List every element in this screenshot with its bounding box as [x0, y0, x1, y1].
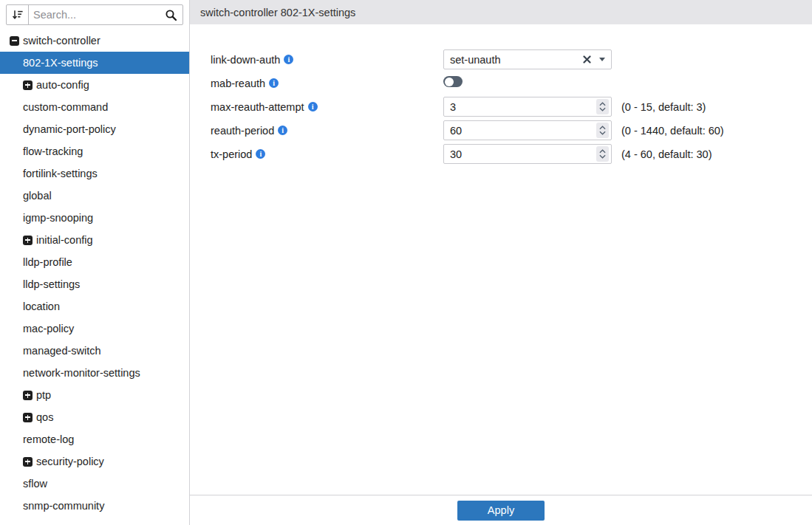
search-submit-button[interactable] [159, 5, 182, 24]
field-label: max-reauth-attempt [211, 101, 443, 113]
config-tree: switch-controller 802-1X-settings auto-c… [0, 30, 189, 517]
plus-square-icon[interactable] [23, 80, 33, 90]
info-circle-icon[interactable] [308, 102, 318, 111]
chevron-down-icon [599, 131, 606, 135]
plus-square-icon[interactable] [23, 413, 33, 422]
field-label-text: tx-period [211, 148, 252, 160]
chevron-up-icon [599, 149, 606, 154]
tree-node-fortilink-settings[interactable]: fortilink-settings [0, 162, 189, 185]
tree-node-label: dynamic-port-policy [23, 123, 116, 135]
field-label: link-down-auth [211, 54, 443, 66]
page-title: switch-controller 802-1X-settings [200, 7, 355, 18]
form-row-reauth-period: reauth-period (0 - 1440, default: 60) [211, 120, 812, 140]
number-stepper[interactable] [596, 99, 609, 114]
tree-node-snmp-community[interactable]: snmp-community [0, 495, 189, 517]
tree-node-label: network-monitor-settings [23, 367, 140, 379]
tree-node-ptp[interactable]: ptp [0, 384, 189, 406]
tree-node-label: igmp-snooping [23, 212, 93, 224]
tree-node-mac-policy[interactable]: mac-policy [0, 318, 189, 340]
x-clear-icon[interactable] [583, 55, 591, 64]
tree-node-dynamic-port-policy[interactable]: dynamic-port-policy [0, 118, 189, 140]
form-row-mab-reauth: mab-reauth [211, 73, 812, 93]
field-label: mab-reauth [211, 78, 443, 89]
tree-node-label: ptp [36, 389, 51, 401]
tree-node-label: managed-switch [23, 345, 101, 357]
tree-node-custom-command[interactable]: custom-command [0, 96, 189, 118]
settings-panel: switch-controller 802-1X-settings link-d… [190, 0, 812, 525]
tree-node-flow-tracking[interactable]: flow-tracking [0, 140, 189, 162]
caret-down-icon[interactable] [599, 58, 605, 61]
tree-node-managed-switch[interactable]: managed-switch [0, 340, 189, 362]
tree-node-lldp-settings[interactable]: lldp-settings [0, 273, 189, 295]
field-label-text: reauth-period [211, 125, 274, 137]
tree-node-label: qos [36, 411, 53, 423]
mab-reauth-toggle[interactable] [443, 76, 463, 87]
tree-node-label: location [23, 301, 60, 312]
plus-square-icon[interactable] [23, 457, 33, 467]
info-circle-icon[interactable] [284, 55, 293, 64]
tree-node-security-policy[interactable]: security-policy [0, 450, 189, 473]
tree-node-label: lldp-profile [23, 256, 72, 268]
reauth-period-input[interactable] [443, 120, 612, 140]
field-label-text: mab-reauth [211, 78, 265, 89]
plus-square-icon[interactable] [23, 236, 33, 245]
form-row-max-reauth-attempt: max-reauth-attempt (0 - 15, default: 3) [211, 97, 812, 117]
link-down-auth-select[interactable]: set-unauth [443, 49, 612, 69]
tree-node-sflow[interactable]: sflow [0, 473, 189, 495]
max-reauth-attempt-input[interactable] [443, 97, 612, 117]
tree-node-label: global [23, 190, 52, 202]
field-label-text: max-reauth-attempt [211, 101, 304, 113]
tree-node-igmp-snooping[interactable]: igmp-snooping [0, 207, 189, 229]
sort-button[interactable] [7, 5, 29, 24]
chevron-down-icon [599, 107, 606, 111]
field-label-text: link-down-auth [211, 54, 280, 66]
tree-node-initial-config[interactable]: initial-config [0, 229, 189, 251]
selected-value: set-unauth [450, 54, 583, 66]
tree-node-label: initial-config [36, 234, 93, 246]
tree-node-switch-controller[interactable]: switch-controller [0, 30, 189, 52]
tx-period-input[interactable] [443, 144, 612, 164]
tree-node-label: security-policy [36, 456, 104, 467]
tree-node-label: snmp-community [23, 500, 104, 512]
minus-square-icon[interactable] [10, 36, 19, 46]
range-hint: (0 - 1440, default: 60) [621, 125, 724, 137]
sort-amount-down-icon [12, 9, 24, 21]
tree-node-global[interactable]: global [0, 185, 189, 207]
tree-node-label: flow-tracking [23, 145, 83, 157]
chevron-down-icon [599, 154, 606, 159]
panel-footer: Apply [190, 495, 812, 525]
toggle-knob [445, 78, 454, 86]
plus-square-icon[interactable] [23, 391, 33, 400]
tree-node-remote-log[interactable]: remote-log [0, 428, 189, 450]
tree-node-label: remote-log [23, 433, 74, 445]
info-circle-icon[interactable] [269, 78, 279, 88]
tree-node-label: lldp-settings [23, 278, 80, 290]
info-circle-icon[interactable] [278, 126, 287, 135]
number-stepper[interactable] [596, 146, 609, 162]
panel-header: switch-controller 802-1X-settings [190, 0, 812, 24]
tree-node-lldp-profile[interactable]: lldp-profile [0, 251, 189, 273]
range-hint: (4 - 60, default: 30) [621, 148, 712, 160]
magnifier-icon [165, 9, 177, 21]
config-tree-sidebar: switch-controller 802-1X-settings auto-c… [0, 0, 190, 525]
tree-node-qos[interactable]: qos [0, 406, 189, 428]
search-input[interactable] [29, 5, 159, 24]
tree-node-label: custom-command [23, 101, 108, 113]
app-window: switch-controller 802-1X-settings auto-c… [0, 0, 812, 525]
tree-node-label: fortilink-settings [23, 168, 98, 179]
tree-node-location[interactable]: location [0, 295, 189, 318]
tree-node-label: switch-controller [23, 35, 100, 47]
tree-node-auto-config[interactable]: auto-config [0, 74, 189, 96]
tree-node-802-1x-settings[interactable]: 802-1X-settings [0, 52, 189, 74]
field-label: tx-period [211, 148, 443, 160]
settings-form: link-down-auth set-unauth [190, 24, 812, 495]
tree-node-network-monitor-settings[interactable]: network-monitor-settings [0, 362, 189, 384]
chevron-up-icon [599, 126, 606, 130]
info-circle-icon[interactable] [256, 149, 265, 159]
tree-node-label: auto-config [36, 79, 89, 91]
apply-button[interactable]: Apply [457, 501, 545, 521]
tree-node-label: sflow [23, 478, 47, 490]
number-stepper[interactable] [596, 123, 609, 138]
tree-node-label: mac-policy [23, 323, 74, 334]
field-label: reauth-period [211, 125, 443, 137]
